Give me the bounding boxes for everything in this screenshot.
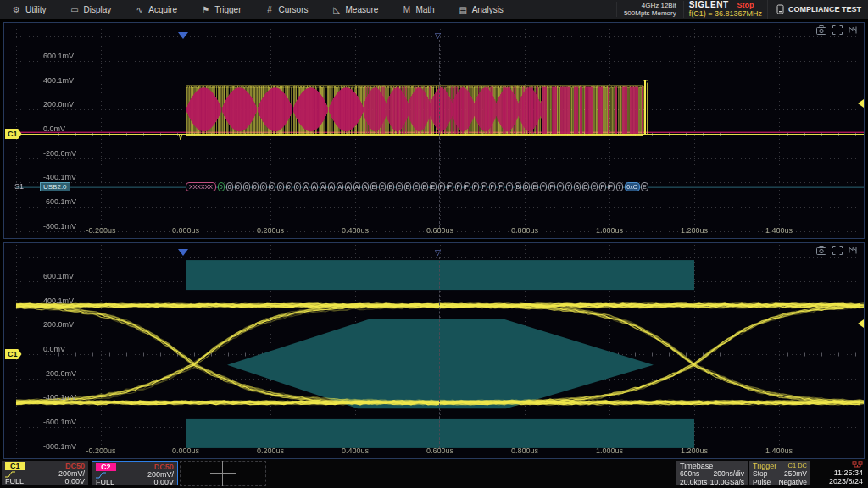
decode-token: F (472, 182, 480, 191)
decode-token: B (515, 182, 522, 191)
decode-token: E (421, 182, 429, 191)
center-reference-line (439, 257, 440, 448)
decode-token: 0 (226, 182, 234, 191)
clock-time: 11:25:34 (812, 469, 863, 477)
menu-item-label: Utility (25, 5, 46, 14)
acquisition-graticule[interactable]: 600.1mV400.1mV200.0mV0.0mV-200.0mV-400.1… (3, 22, 865, 239)
menu-item-label: Display (83, 5, 111, 14)
camera-icon[interactable] (816, 246, 826, 255)
frequency-measurement: f(C1) = 36.81367MHz (689, 9, 762, 18)
decode-token: 0 (286, 182, 293, 191)
decode-token: E (387, 182, 395, 191)
horizontal-reference-marker[interactable]: ▽ (435, 249, 441, 257)
brand-logo: SIGLENT (689, 1, 729, 9)
menu-item-label: Trigger (214, 5, 241, 14)
decode-token: A (311, 182, 319, 191)
menu-item-label: Measure (345, 5, 378, 14)
channel-box-c1[interactable]: C1DC50 200mV/ FULL0.00V (2, 461, 88, 485)
trigger-level-marker[interactable] (858, 319, 864, 328)
lan-icon[interactable] (852, 461, 863, 469)
decode-token: E (413, 182, 420, 191)
menu-item-measure[interactable]: ◺Measure (320, 0, 390, 19)
center-reference-line (439, 40, 440, 228)
timebase-rate: 10.0GSa/s (710, 479, 744, 487)
decode-token: F (447, 182, 454, 191)
decode-token: 7 (616, 182, 624, 191)
decode-token: A (303, 182, 310, 191)
decode-token: F (557, 182, 565, 191)
clock-box: 11:25:34 2023/8/24 (812, 461, 863, 485)
decode-token: F (438, 182, 446, 191)
decode-token: F (481, 182, 488, 191)
decode-bus-label: S1 (14, 182, 24, 191)
menu-item-trigger[interactable]: ⚑Trigger (189, 0, 253, 19)
decode-token: F (489, 182, 497, 191)
menu-item-utility[interactable]: ⚙Utility (0, 0, 58, 19)
clock-date: 2023/8/24 (812, 477, 863, 485)
measure-icon: ◺ (331, 5, 341, 14)
decode-token: A (345, 182, 353, 191)
add-channel-button[interactable] (180, 461, 266, 486)
bandwidth-label: 4GHz 12Bit (624, 2, 676, 9)
menu-item-label: Cursors (278, 5, 308, 14)
camera-icon[interactable] (816, 25, 826, 35)
cursors-icon: # (264, 5, 274, 14)
graticule-toolbar (816, 25, 859, 35)
decode-token: 0 (294, 182, 302, 191)
trigger-flag-icon: ⚑ (201, 5, 210, 14)
compliance-test-label: COMPLIANCE TEST (788, 5, 861, 14)
gear-icon: ⚙ (12, 5, 21, 14)
decode-token: 0 (218, 182, 225, 191)
trigger-position-marker[interactable] (178, 32, 188, 39)
decode-token: E (370, 182, 378, 191)
menu-item-acquire[interactable]: ∿Acquire (123, 0, 189, 19)
decode-token: E (591, 182, 598, 191)
menu-item-label: Analysis (472, 5, 504, 14)
decode-token: D (523, 182, 531, 191)
channel-badge: C2 (96, 463, 116, 471)
trigger-level-marker[interactable] (858, 99, 864, 108)
decode-token: E (641, 182, 648, 191)
decode-token: D (582, 182, 590, 191)
decode-token: E (396, 182, 403, 191)
popout-icon[interactable] (849, 25, 859, 35)
decode-token: E (379, 182, 387, 191)
fullscreen-icon[interactable] (832, 25, 843, 35)
analysis-icon: ▤ (459, 5, 468, 14)
timebase-box[interactable]: Timebase 600ns200ns/div 20.0kpts10.0GSa/… (676, 461, 748, 485)
decode-token: XXXXXX (186, 182, 216, 191)
decode-token: A (337, 182, 344, 191)
display-icon: ▭ (70, 5, 79, 14)
decode-bus-badge[interactable]: USB2.0 (40, 182, 70, 191)
channel-badge: C1 (5, 462, 25, 470)
trigger-position-marker[interactable] (178, 249, 188, 256)
menu-item-math[interactable]: MMath (390, 0, 446, 19)
fullscreen-icon[interactable] (832, 246, 843, 255)
eye-canvas[interactable] (4, 243, 864, 458)
acquisition-status: Stop (737, 1, 754, 9)
decode-token: A (362, 182, 370, 191)
decode-token: F (608, 182, 615, 191)
menu-item-display[interactable]: ▭Display (58, 0, 123, 19)
menu-item-analysis[interactable]: ▤Analysis (447, 0, 515, 19)
decode-token: 0 (260, 182, 268, 191)
math-icon: M (402, 5, 411, 14)
timebase-points: 20.0kpts (680, 479, 707, 487)
waveform-canvas[interactable] (4, 23, 864, 238)
popout-icon[interactable] (849, 246, 859, 255)
menu-item-label: Acquire (148, 5, 177, 14)
eye-diagram-graticule[interactable]: 600.1mV400.1mV200.0mV0.0mV-200.0mV-400.1… (3, 242, 865, 459)
system-info-cluster: 4GHz 12Bit 500Mpts Memory SIGLENT Stop f… (616, 0, 868, 19)
trigger-slope: Negative (778, 479, 807, 487)
compliance-test-button[interactable]: COMPLIANCE TEST (767, 0, 868, 19)
offset-value: 0.00V (153, 479, 174, 486)
menu-item-cursors[interactable]: #Cursors (253, 0, 320, 19)
trigger-box[interactable]: TriggerC1 DC Stop250mV PulseNegative (749, 461, 810, 485)
decode-token: 7 (565, 182, 573, 191)
decode-token: F (464, 182, 471, 191)
channel-box-c2[interactable]: C2DC50 200mV/ FULL0.00V (92, 461, 178, 485)
horizontal-reference-marker[interactable]: ▽ (435, 32, 441, 40)
compliance-test-icon (776, 4, 784, 14)
bandwidth-value: FULL (96, 479, 114, 486)
decode-token: 0xC (625, 182, 640, 191)
